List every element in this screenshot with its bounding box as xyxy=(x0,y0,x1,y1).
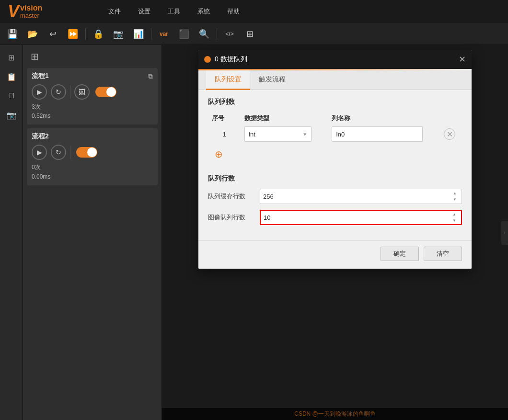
col-header-seq: 序号 xyxy=(208,112,241,125)
flow2-time: 0.00ms xyxy=(32,172,153,182)
clear-button[interactable]: 清空 xyxy=(424,247,462,261)
dialog-tabs: 队列设置 触发流程 xyxy=(198,70,472,90)
tab-queue-settings[interactable]: 队列设置 xyxy=(206,70,250,90)
logo-name: vision xyxy=(20,4,42,12)
flow1-image-btn[interactable]: 🖼 xyxy=(74,84,90,100)
toolbar-open[interactable]: 📂 xyxy=(24,25,41,43)
dialog-title: 0 数据队列 xyxy=(215,55,247,64)
dialog-close-btn[interactable]: ✕ xyxy=(459,55,466,64)
menu-file[interactable]: 文件 xyxy=(105,5,124,18)
menu-system[interactable]: 系统 xyxy=(195,5,213,18)
toolbar-save[interactable]: 💾 xyxy=(4,25,21,43)
table-row: 1 int ▼ xyxy=(208,125,462,144)
image-rows-value: 10 xyxy=(264,214,270,221)
sidebar-icon-flow[interactable]: 📋 xyxy=(3,68,20,85)
flow1-sep xyxy=(70,85,70,99)
col-header-type: 数据类型 xyxy=(241,112,328,125)
flow2-play-btn[interactable]: ▶ xyxy=(32,145,47,160)
right-area: › 0 数据队列 ✕ xyxy=(162,45,508,420)
rows-section: 队列行数 队列缓存行数 256 ▲ ▼ xyxy=(208,174,462,225)
section-rows-label: 队列行数 xyxy=(208,174,462,183)
buffer-rows-value: 256 xyxy=(263,193,274,200)
dialog-data-queue: 0 数据队列 ✕ 队列设置 触发流程 队列列数 xyxy=(198,50,472,269)
flow-card-1: 流程1 ⧉ ▶ ↻ 🖼 3次 0.52ms xyxy=(27,68,158,125)
add-row-btn[interactable]: ⊕ xyxy=(212,148,225,161)
queue-columns-table: 序号 数据类型 列名称 1 int xyxy=(208,112,462,144)
buffer-rows-row: 队列缓存行数 256 ▲ ▼ xyxy=(208,189,462,204)
logo: V vision master xyxy=(8,3,75,20)
toolbar-grid[interactable]: ⊞ xyxy=(241,25,258,43)
image-rows-row: 图像队列行数 10 ▲ ▼ xyxy=(208,210,462,225)
logo-v-letter: V xyxy=(8,3,19,20)
confirm-button[interactable]: 确定 xyxy=(381,247,419,261)
toolbar-camera[interactable]: 📷 xyxy=(110,25,127,43)
flow-panel: ⊞ 流程1 ⧉ ▶ ↻ 🖼 3次 xyxy=(23,45,162,420)
col-header-action xyxy=(440,112,462,125)
logo-sub: master xyxy=(20,12,42,19)
flow2-toggle[interactable] xyxy=(74,147,97,158)
row1-type-value: int xyxy=(249,131,255,138)
toolbar-undo[interactable]: ↩ xyxy=(44,25,61,43)
buffer-up-arrow[interactable]: ▲ xyxy=(451,191,459,196)
toolbar-lock[interactable]: 🔒 xyxy=(90,25,107,43)
sidebar-icon-camera[interactable]: 📷 xyxy=(3,106,20,124)
toolbar-sep2 xyxy=(151,28,151,40)
image-up-arrow[interactable]: ▲ xyxy=(450,212,458,217)
toolbar-search[interactable]: 🔍 xyxy=(196,25,213,43)
flow1-copy-icon[interactable]: ⧉ xyxy=(148,72,153,80)
toolbar-sep3 xyxy=(217,28,217,40)
buffer-rows-label: 队列缓存行数 xyxy=(208,192,256,201)
section-columns-label: 队列列数 xyxy=(208,98,462,106)
dialog-footer: 确定 清空 xyxy=(198,240,472,269)
toolbar: 💾 📂 ↩ ⏩ 🔒 📷 📊 var ⬛ 🔍 </> ⊞ xyxy=(0,23,508,45)
buffer-rows-arrows: ▲ ▼ xyxy=(451,191,459,203)
flow2-sep xyxy=(70,146,70,159)
flow-card-2: 流程2 ▶ ↻ 0次 0.00ms xyxy=(27,128,158,185)
flow2-title: 流程2 xyxy=(32,132,49,141)
row1-delete-btn[interactable]: ✕ xyxy=(444,128,455,140)
tab-trigger-flow[interactable]: 触发流程 xyxy=(250,70,294,90)
toolbar-block[interactable]: ⬛ xyxy=(175,25,193,43)
flow1-play-btn[interactable]: ▶ xyxy=(32,84,47,100)
sidebar-icon-monitor[interactable]: 🖥 xyxy=(3,87,20,104)
row1-type-dropdown[interactable]: int ▼ xyxy=(244,126,312,142)
image-rows-arrows: ▲ ▼ xyxy=(450,212,458,224)
menu-help[interactable]: 帮助 xyxy=(224,5,242,18)
dialog-titlebar: 0 数据队列 ✕ xyxy=(198,50,472,69)
dialog-body: 队列列数 序号 数据类型 列名称 1 xyxy=(198,90,472,240)
toolbar-var[interactable]: var xyxy=(155,25,173,43)
toolbar-chart[interactable]: 📊 xyxy=(130,25,147,43)
main-area: ⊞ 📋 🖥 📷 ⊞ 流程1 ⧉ ▶ ↻ 🖼 xyxy=(0,45,508,420)
row1-seq: 1 xyxy=(208,125,241,144)
flow2-runs: 0次 xyxy=(32,163,153,172)
toolbar-forward[interactable]: ⏩ xyxy=(64,25,81,43)
flow1-title: 流程1 xyxy=(32,72,49,80)
flow2-repeat-btn[interactable]: ↻ xyxy=(51,145,66,160)
flow1-runs: 3次 xyxy=(32,102,153,112)
buffer-down-arrow[interactable]: ▼ xyxy=(451,197,459,203)
dialog-indicator xyxy=(204,56,211,63)
top-bar: V vision master 文件 设置 工具 系统 帮助 xyxy=(0,0,508,23)
menu-tools[interactable]: 工具 xyxy=(165,5,183,18)
col-header-name: 列名称 xyxy=(328,112,440,125)
sidebar-icon-network[interactable]: ⊞ xyxy=(3,49,20,66)
image-rows-spinbox[interactable]: 10 ▲ ▼ xyxy=(260,210,462,225)
menu-settings[interactable]: 设置 xyxy=(135,5,153,18)
flow1-toggle[interactable] xyxy=(93,87,116,97)
flow1-repeat-btn[interactable]: ↻ xyxy=(51,84,66,100)
toolbar-sep1 xyxy=(85,28,86,40)
flow1-time: 0.52ms xyxy=(32,112,153,121)
row1-type-arrow: ▼ xyxy=(302,132,307,137)
buffer-rows-spinbox[interactable]: 256 ▲ ▼ xyxy=(260,189,462,204)
logo-text: vision master xyxy=(20,4,42,19)
menu-bar: 文件 设置 工具 系统 帮助 xyxy=(105,5,242,18)
image-down-arrow[interactable]: ▼ xyxy=(450,218,458,224)
left-sidebar: ⊞ 📋 🖥 📷 xyxy=(0,45,23,420)
row1-name-input[interactable] xyxy=(332,126,423,142)
panel-network-icon: ⊞ xyxy=(27,49,158,64)
image-rows-label: 图像队列行数 xyxy=(208,213,256,222)
toolbar-code[interactable]: </> xyxy=(221,25,238,43)
dialog-overlay: 0 数据队列 ✕ 队列设置 触发流程 队列列数 xyxy=(162,45,508,420)
